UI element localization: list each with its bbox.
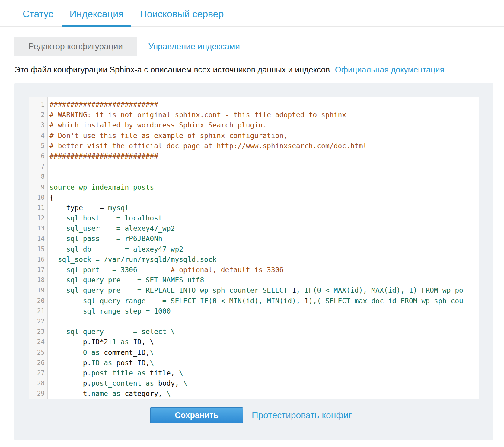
line-number: 16 — [29, 254, 48, 265]
code-line: 14 sql_pass = rP6JBA0Nh — [29, 233, 479, 244]
line-number: 26 — [29, 358, 48, 368]
tab-indexing[interactable]: Индексация — [62, 5, 131, 27]
line-number: 29 — [29, 388, 48, 399]
code-line-text: t.name as category, \ — [48, 388, 479, 399]
code-line-text — [48, 161, 479, 172]
line-number: 12 — [29, 213, 48, 223]
code-line: 8 — [29, 172, 479, 182]
code-line: 11 type = mysql — [29, 203, 479, 213]
test-config-link[interactable]: Протестировать конфиг — [252, 410, 352, 420]
description-text: Это файл конфигурации Sphinx-а с описани… — [14, 65, 332, 74]
code-line-text: sql_host = localhost — [48, 213, 479, 223]
main-tabs: Статус Индексация Поисковый сервер — [0, 0, 504, 27]
line-number: 18 — [29, 275, 48, 285]
line-number: 19 — [29, 285, 48, 295]
line-number: 23 — [29, 326, 48, 337]
tab-status[interactable]: Статус — [15, 5, 61, 27]
code-line-text: sql_query_pre = SET NAMES utf8 — [48, 275, 479, 285]
line-number: 2 — [29, 110, 48, 120]
code-line-text: sql_db = alexey47_wp2 — [48, 244, 479, 254]
line-number: 21 — [29, 306, 48, 316]
line-number: 24 — [29, 337, 48, 347]
code-line: 12 sql_host = localhost — [29, 213, 479, 223]
code-line: 24 p.ID*2+1 as ID, \ — [29, 337, 479, 347]
code-line: 26 p.ID as post_ID,\ — [29, 358, 479, 368]
code-line-text: 0 as comment_ID,\ — [48, 347, 479, 358]
code-line-text: sql_query_pre = REPLACE INTO wp_sph_coun… — [48, 285, 479, 295]
code-line-text: { — [48, 192, 479, 203]
code-line: 22 — [29, 316, 479, 326]
config-panel: 1##########################2# WARNING: i… — [14, 83, 493, 440]
line-number: 4 — [29, 130, 48, 141]
line-number: 13 — [29, 223, 48, 233]
line-number: 8 — [29, 172, 48, 182]
code-line: 28 p.post_content as body, \ — [29, 378, 479, 388]
code-line-text: p.post_content as body, \ — [48, 378, 479, 388]
code-line: 27 p.post_title as title, \ — [29, 368, 479, 378]
actions-row: Сохранить Протестировать конфиг — [150, 407, 479, 423]
code-line-text: ########################## — [48, 151, 479, 161]
code-line: 10{ — [29, 192, 479, 203]
sphinx-search-settings-page: Статус Индексация Поисковый сервер Редак… — [0, 0, 504, 440]
code-line: 21 sql_range_step = 1000 — [29, 306, 479, 316]
line-number: 28 — [29, 378, 48, 388]
code-line: 7 — [29, 161, 479, 172]
code-line-text: # which installed by wordpress Sphinx Se… — [48, 120, 479, 130]
line-number: 27 — [29, 368, 48, 378]
line-number: 22 — [29, 316, 48, 326]
code-line: 5# better visit the official doc page at… — [29, 141, 479, 151]
code-line: 1########################## — [29, 99, 479, 110]
code-line: 23 sql_query = select \ — [29, 326, 479, 337]
line-number: 3 — [29, 120, 48, 130]
code-line: 9source wp_indexmain_posts — [29, 182, 479, 192]
line-number: 6 — [29, 151, 48, 161]
code-line: 29 t.name as category, \ — [29, 388, 479, 399]
tab-search-server[interactable]: Поисковый сервер — [132, 5, 231, 27]
code-line: 18 sql_query_pre = SET NAMES utf8 — [29, 275, 479, 285]
code-line-text: p.post_title as title, \ — [48, 368, 479, 378]
code-line-text: sql_query_range = SELECT IF(0 < MIN(id),… — [48, 296, 479, 306]
code-line: 25 0 as comment_ID,\ — [29, 347, 479, 358]
code-line-text: sql_user = alexey47_wp2 — [48, 223, 479, 233]
code-line: 17 sql_port = 3306 # optional, default i… — [29, 265, 479, 275]
official-docs-link[interactable]: Официальная документация — [335, 65, 445, 74]
subtab-index-management[interactable]: Управление индексами — [138, 37, 254, 56]
line-number: 11 — [29, 203, 48, 213]
code-line-text: ########################## — [48, 99, 479, 110]
code-line-text: sql_port = 3306 # optional, default is 3… — [48, 265, 479, 275]
code-line-text: # WARNING: it is not original sphinx.con… — [48, 110, 479, 120]
code-line: 2# WARNING: it is not original sphinx.co… — [29, 110, 479, 120]
config-editor[interactable]: 1##########################2# WARNING: i… — [29, 97, 479, 399]
code-line: 4# Don't use this file as example of sph… — [29, 130, 479, 141]
code-line-text: sql_range_step = 1000 — [48, 306, 479, 316]
line-number: 25 — [29, 347, 48, 358]
sub-tabs: Редактор конфигурации Управление индекса… — [14, 37, 504, 56]
line-number: 7 — [29, 161, 48, 172]
code-line-text: # better visit the official doc page at … — [48, 141, 479, 151]
code-line-text: sql_query = select \ — [48, 326, 479, 337]
code-line-text: source wp_indexmain_posts — [48, 182, 479, 192]
line-number: 17 — [29, 265, 48, 275]
line-number: 1 — [29, 99, 48, 110]
subtab-config-editor[interactable]: Редактор конфигурации — [14, 37, 137, 56]
code-line: 20 sql_query_range = SELECT IF(0 < MIN(i… — [29, 296, 479, 306]
code-line: 19 sql_query_pre = REPLACE INTO wp_sph_c… — [29, 285, 479, 295]
code-line-text: p.ID as post_ID,\ — [48, 358, 479, 368]
code-line-text: # Don't use this file as example of sphi… — [48, 130, 479, 141]
save-button[interactable]: Сохранить — [150, 407, 243, 423]
code-line: 15 sql_db = alexey47_wp2 — [29, 244, 479, 254]
code-line: 6########################## — [29, 151, 479, 161]
line-number: 14 — [29, 233, 48, 244]
line-number: 20 — [29, 296, 48, 306]
line-number: 5 — [29, 141, 48, 151]
line-number: 15 — [29, 244, 48, 254]
code-line: 3# which installed by wordpress Sphinx S… — [29, 120, 479, 130]
code-line-text: sql_sock = /var/run/mysqld/mysqld.sock — [48, 254, 479, 265]
code-line-text — [48, 316, 479, 326]
code-line-text: sql_pass = rP6JBA0Nh — [48, 233, 479, 244]
code-line: 16 sql_sock = /var/run/mysqld/mysqld.soc… — [29, 254, 479, 265]
description: Это файл конфигурации Sphinx-а с описани… — [14, 65, 504, 75]
line-number: 9 — [29, 182, 48, 192]
code-line-text: type = mysql — [48, 203, 479, 213]
line-number: 10 — [29, 192, 48, 203]
